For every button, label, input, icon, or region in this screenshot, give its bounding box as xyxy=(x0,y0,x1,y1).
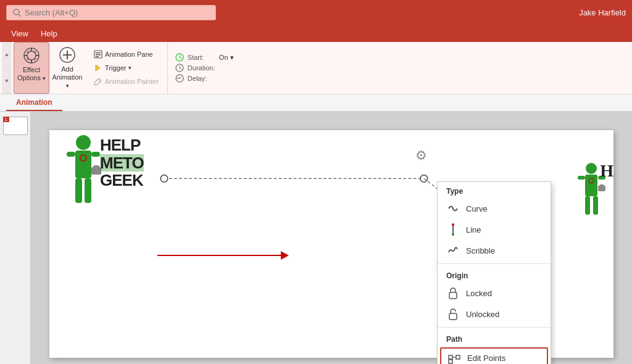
motion-arrow xyxy=(157,251,289,260)
svg-point-35 xyxy=(160,175,168,183)
add-animation-button[interactable]: AddAnimation ▾ xyxy=(49,42,85,94)
line-icon xyxy=(446,223,460,236)
svg-point-3 xyxy=(27,51,36,60)
svg-rect-51 xyxy=(449,313,457,320)
svg-rect-55 xyxy=(449,360,452,363)
duration-label: Duration: xyxy=(188,64,215,72)
animation-pane-label: Animation Pane xyxy=(105,51,153,58)
delay-timing-icon xyxy=(175,74,184,83)
canvas-area: HELP METO GEEK xyxy=(31,112,632,364)
effect-options-icon xyxy=(22,46,41,65)
svg-rect-42 xyxy=(585,196,590,215)
svg-rect-40 xyxy=(578,176,585,180)
delay-label: Delay: xyxy=(188,75,215,82)
trigger-dropdown-icon: ▾ xyxy=(128,65,131,71)
trigger-icon xyxy=(94,64,102,72)
svg-rect-14 xyxy=(96,56,99,57)
svg-rect-46 xyxy=(599,184,604,186)
svg-rect-52 xyxy=(449,355,452,359)
svg-rect-30 xyxy=(85,178,91,203)
edit-points-icon xyxy=(447,351,461,364)
curve-icon xyxy=(446,202,460,215)
dropdown-item-edit-points[interactable]: Edit Points xyxy=(440,347,548,364)
menu-view[interactable]: View xyxy=(6,27,33,40)
animation-painter-button[interactable]: Animation Painter xyxy=(90,76,162,87)
title-bar: Search (Alt+Q) Jake Harfield xyxy=(0,0,632,25)
dropdown-item-curve[interactable]: Curve xyxy=(438,198,551,219)
main-content: 1 HELP METO GEEK xyxy=(0,112,632,364)
add-animation-icon xyxy=(58,46,77,64)
start-label: Start: xyxy=(188,54,215,61)
dropdown-section-path: Path xyxy=(438,330,551,346)
svg-line-24 xyxy=(180,77,181,78)
svg-text:⚙: ⚙ xyxy=(415,148,427,162)
effect-options-button[interactable]: EffectOptions ▾ xyxy=(14,42,49,94)
dropdown-divider-1 xyxy=(438,263,551,264)
locked-label: Locked xyxy=(466,289,492,298)
curve-label: Curve xyxy=(466,204,488,213)
dropdown-item-scribble[interactable]: Scribble xyxy=(438,240,551,261)
dropdown-section-type: Type xyxy=(438,182,551,198)
line-label: Line xyxy=(466,225,481,234)
user-name: Jake Harfield xyxy=(579,8,626,17)
animation-pane-button[interactable]: Animation Pane xyxy=(90,49,157,60)
svg-rect-32 xyxy=(93,165,99,168)
partial-h-text: H xyxy=(600,161,613,181)
duration-timing-icon xyxy=(175,64,184,72)
edit-points-label: Edit Points xyxy=(467,354,505,363)
svg-rect-50 xyxy=(449,292,457,299)
slide-thumbnail-1[interactable]: 1 xyxy=(3,117,28,135)
dropdown-item-line[interactable]: Line xyxy=(438,219,551,240)
locked-icon xyxy=(446,286,460,300)
svg-rect-53 xyxy=(456,355,460,359)
svg-point-49 xyxy=(452,233,454,236)
svg-rect-28 xyxy=(91,152,100,157)
search-box[interactable]: Search (Alt+Q) xyxy=(6,5,216,20)
svg-line-21 xyxy=(180,68,181,69)
svg-rect-39 xyxy=(585,175,597,196)
scribble-icon xyxy=(446,244,460,257)
help-geek-text: HELP METO GEEK xyxy=(100,136,144,189)
animation-painter-label: Animation Painter xyxy=(105,78,159,85)
dropdown-divider-2 xyxy=(438,327,551,328)
add-animation-label: AddAnimation ▾ xyxy=(52,65,83,90)
svg-rect-45 xyxy=(598,186,605,191)
dropdown-item-locked[interactable]: Locked xyxy=(438,283,551,304)
svg-line-18 xyxy=(180,57,181,59)
menu-help[interactable]: Help xyxy=(36,27,62,40)
svg-point-0 xyxy=(14,9,19,15)
search-placeholder-text: Search (Alt+Q) xyxy=(25,8,78,17)
figure-man-left xyxy=(62,133,105,213)
animation-painter-icon xyxy=(94,77,102,86)
svg-rect-29 xyxy=(75,178,82,203)
slide-panel: 1 xyxy=(0,112,31,364)
dropdown-item-unlocked[interactable]: Unlocked xyxy=(438,304,551,325)
trigger-button[interactable]: Trigger ▾ xyxy=(90,62,135,73)
svg-rect-27 xyxy=(67,152,75,157)
ribbon-scroll-up[interactable] xyxy=(2,42,11,68)
scribble-label: Scribble xyxy=(466,246,495,255)
ribbon-scroll-down[interactable] xyxy=(2,68,11,94)
unlocked-label: Unlocked xyxy=(466,310,499,319)
svg-line-1 xyxy=(19,14,21,17)
dropdown-menu: Type Curve Line xyxy=(437,181,551,364)
search-icon xyxy=(13,9,21,17)
svg-point-38 xyxy=(586,163,597,174)
svg-point-48 xyxy=(452,223,454,226)
animation-tools-group: Animation Pane Trigger ▾ Animation Paint… xyxy=(85,42,168,94)
svg-rect-12 xyxy=(96,52,101,54)
effect-options-label: EffectOptions ▾ xyxy=(17,66,46,82)
tab-animation[interactable]: Animation xyxy=(6,95,62,111)
tab-row: Animation xyxy=(0,94,632,112)
ribbon: EffectOptions ▾ AddAnimation ▾ Animation… xyxy=(0,42,632,94)
unlocked-icon xyxy=(446,307,460,321)
svg-rect-13 xyxy=(96,54,101,56)
svg-point-36 xyxy=(420,175,428,183)
svg-point-25 xyxy=(76,135,91,150)
slide-number: 1 xyxy=(3,117,9,122)
animation-pane-icon xyxy=(94,50,102,59)
start-timing-icon xyxy=(175,53,184,62)
timing-group: Start: On ▾ Duration: Delay: xyxy=(168,42,251,94)
svg-rect-43 xyxy=(593,196,598,215)
dropdown-section-origin: Origin xyxy=(438,267,551,283)
